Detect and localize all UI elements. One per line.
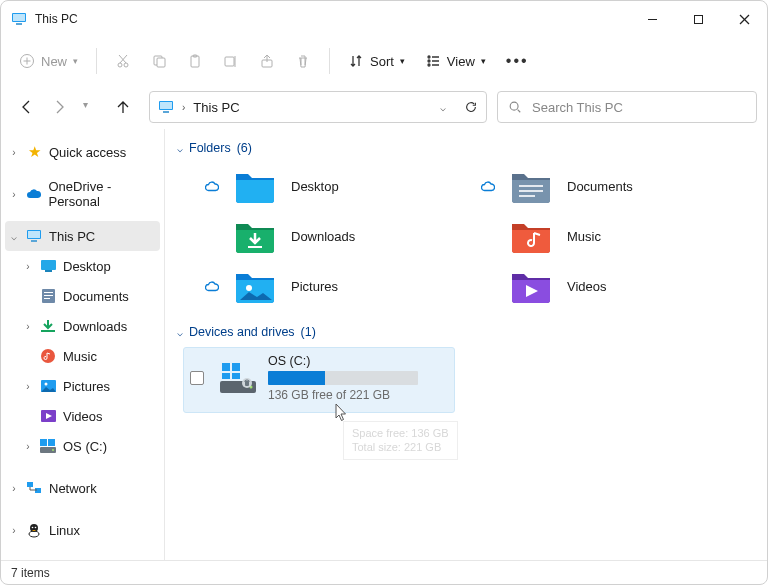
new-label: New bbox=[41, 54, 67, 69]
folder-label: Downloads bbox=[291, 229, 355, 244]
sidebar-item-network[interactable]: › Network bbox=[1, 473, 164, 503]
svg-rect-2 bbox=[16, 23, 22, 25]
recent-locations-button[interactable]: ▾ bbox=[83, 99, 99, 115]
drive-icon bbox=[39, 439, 57, 453]
sidebar-item-quick-access[interactable]: › ★ Quick access bbox=[1, 137, 164, 167]
rename-button[interactable] bbox=[215, 45, 247, 77]
group-header-drives[interactable]: ⌵ Devices and drives (1) bbox=[177, 325, 755, 339]
expand-icon[interactable]: › bbox=[23, 441, 33, 452]
expand-icon[interactable]: › bbox=[9, 189, 19, 200]
chevron-down-icon[interactable]: ⌵ bbox=[440, 102, 446, 113]
search-placeholder: Search This PC bbox=[532, 100, 623, 115]
collapse-icon[interactable]: ⌵ bbox=[9, 231, 19, 242]
view-button[interactable]: View ▾ bbox=[417, 45, 494, 77]
search-box[interactable]: Search This PC bbox=[497, 91, 757, 123]
svg-point-21 bbox=[428, 56, 430, 58]
minimize-button[interactable] bbox=[629, 1, 675, 37]
svg-line-12 bbox=[119, 55, 126, 63]
expand-icon[interactable]: › bbox=[23, 321, 33, 332]
pictures-icon bbox=[39, 380, 57, 392]
svg-rect-15 bbox=[157, 58, 165, 67]
sidebar-item-music[interactable]: › Music bbox=[1, 341, 164, 371]
expand-icon[interactable]: › bbox=[23, 381, 33, 392]
share-button[interactable] bbox=[251, 45, 283, 77]
forward-button[interactable] bbox=[51, 99, 67, 115]
svg-point-10 bbox=[118, 63, 122, 67]
sidebar-item-desktop[interactable]: › Desktop bbox=[1, 251, 164, 281]
paste-button[interactable] bbox=[179, 45, 211, 77]
sidebar-item-label: Network bbox=[49, 481, 97, 496]
chevron-right-icon[interactable]: › bbox=[182, 102, 185, 113]
sidebar-item-pictures[interactable]: › Pictures bbox=[1, 371, 164, 401]
svg-rect-57 bbox=[519, 190, 543, 192]
title-bar: This PC bbox=[1, 1, 767, 37]
documents-icon bbox=[39, 289, 57, 303]
collapse-icon[interactable]: ⌵ bbox=[177, 143, 183, 154]
sort-button[interactable]: Sort ▾ bbox=[340, 45, 413, 77]
close-button[interactable] bbox=[721, 1, 767, 37]
expand-icon[interactable]: › bbox=[9, 147, 19, 158]
drive-tile-os-c[interactable]: OS (C:) 136 GB free of 221 GB bbox=[183, 347, 455, 413]
back-button[interactable] bbox=[19, 99, 35, 115]
maximize-button[interactable] bbox=[675, 1, 721, 37]
status-bar: 7 items bbox=[1, 560, 767, 584]
folder-icon bbox=[233, 267, 277, 305]
folder-tile-downloads[interactable]: Downloads bbox=[205, 217, 471, 255]
svg-rect-58 bbox=[519, 195, 535, 197]
folder-tile-music[interactable]: Music bbox=[481, 217, 747, 255]
sidebar-item-onedrive[interactable]: › OneDrive - Personal bbox=[1, 179, 164, 209]
network-icon bbox=[25, 481, 43, 495]
up-button[interactable] bbox=[115, 99, 131, 115]
cloud-status-icon bbox=[205, 281, 219, 292]
expand-icon[interactable]: › bbox=[23, 261, 33, 272]
tooltip-line: Total size: 221 GB bbox=[352, 440, 449, 454]
new-button[interactable]: New ▾ bbox=[11, 45, 86, 77]
downloads-icon bbox=[39, 319, 57, 333]
sidebar-item-linux[interactable]: › Linux bbox=[1, 515, 164, 545]
sidebar-item-label: OS (C:) bbox=[63, 439, 107, 454]
separator bbox=[329, 48, 330, 74]
sidebar-item-label: Downloads bbox=[63, 319, 127, 334]
tooltip-line: Space free: 136 GB bbox=[352, 426, 449, 440]
folder-label: Pictures bbox=[291, 279, 338, 294]
selection-checkbox[interactable] bbox=[190, 371, 204, 385]
sidebar-item-label: Music bbox=[63, 349, 97, 364]
sidebar-item-this-pc[interactable]: ⌵ This PC bbox=[5, 221, 160, 251]
svg-rect-50 bbox=[27, 482, 33, 487]
copy-button[interactable] bbox=[143, 45, 175, 77]
folder-icon bbox=[509, 167, 553, 205]
refresh-button[interactable] bbox=[464, 100, 478, 114]
svg-rect-49 bbox=[48, 439, 55, 446]
folder-tile-documents[interactable]: Documents bbox=[481, 167, 747, 205]
svg-rect-56 bbox=[519, 185, 543, 187]
svg-point-30 bbox=[510, 102, 518, 110]
group-count: (1) bbox=[301, 325, 316, 339]
folder-tile-desktop[interactable]: Desktop bbox=[205, 167, 471, 205]
sidebar-item-label: Quick access bbox=[49, 145, 126, 160]
toolbar: New ▾ Sort ▾ View ▾ ••• bbox=[1, 37, 767, 85]
svg-rect-59 bbox=[248, 246, 262, 248]
svg-point-55 bbox=[35, 526, 37, 528]
collapse-icon[interactable]: ⌵ bbox=[177, 327, 183, 338]
folder-tile-videos[interactable]: Videos bbox=[481, 267, 747, 305]
sidebar-item-documents[interactable]: › Documents bbox=[1, 281, 164, 311]
sidebar-item-downloads[interactable]: › Downloads bbox=[1, 311, 164, 341]
sidebar-item-videos[interactable]: › Videos bbox=[1, 401, 164, 431]
group-header-folders[interactable]: ⌵ Folders (6) bbox=[177, 141, 755, 155]
svg-point-11 bbox=[124, 63, 128, 67]
cut-button[interactable] bbox=[107, 45, 139, 77]
delete-button[interactable] bbox=[287, 45, 319, 77]
drive-tooltip: Space free: 136 GB Total size: 221 GB bbox=[343, 421, 458, 460]
breadcrumb-item[interactable]: This PC bbox=[193, 100, 239, 115]
sort-label: Sort bbox=[370, 54, 394, 69]
sidebar-item-os-c[interactable]: › OS (C:) bbox=[1, 431, 164, 461]
expand-icon[interactable]: › bbox=[9, 525, 19, 536]
chevron-down-icon: ▾ bbox=[481, 56, 486, 66]
address-bar[interactable]: › This PC ⌵ bbox=[149, 91, 487, 123]
svg-rect-16 bbox=[191, 56, 199, 67]
sidebar-item-label: This PC bbox=[49, 229, 95, 244]
more-button[interactable]: ••• bbox=[498, 45, 537, 77]
folder-tile-pictures[interactable]: Pictures bbox=[205, 267, 471, 305]
expand-icon[interactable]: › bbox=[9, 483, 19, 494]
sidebar-item-label: Desktop bbox=[63, 259, 111, 274]
